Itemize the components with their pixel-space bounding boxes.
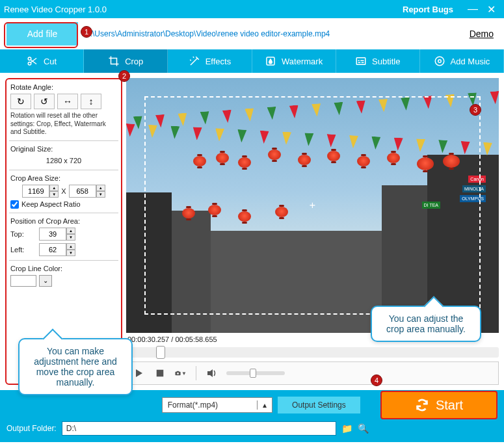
file-path: C:\Users\Administrator\Desktop\Video\ren… [78,29,470,38]
start-button[interactable]: Start [380,391,497,419]
down-arrow-icon[interactable]: ▼ [66,234,75,241]
title-bar: Renee Video Cropper 1.0.0 Report Bugs — … [0,0,504,18]
music-icon [434,55,445,67]
down-arrow-icon[interactable]: ▼ [96,191,105,198]
tab-effects[interactable]: Effects [168,49,252,73]
tab-watermark[interactable]: Watermark [252,49,336,73]
svg-rect-7 [157,370,164,377]
crop-width-input[interactable] [22,185,49,198]
crop-area-size-label: Crop Area Size: [10,174,117,182]
original-size-value: 1280 x 720 [10,155,117,166]
droplet-icon [265,55,276,67]
up-arrow-icon[interactable]: ▲ [49,185,59,191]
flip-vertical-button[interactable]: ↕ [81,94,101,109]
rotate-ccw-button[interactable]: ↺ [34,94,55,109]
callout-crop-area: You can adjust the crop area manually. [371,306,481,342]
annotation-marker-2: 2 [118,70,130,82]
folder-icon[interactable]: 📁 [341,423,352,434]
svg-point-5 [438,60,441,63]
crosshair-icon: + [310,200,315,211]
svg-point-4 [435,57,444,66]
demo-link[interactable]: Demo [470,29,497,39]
seek-bar[interactable] [126,347,499,358]
svg-marker-11 [207,369,213,377]
add-file-button[interactable]: Add file [7,22,78,46]
crop-height-input[interactable] [69,185,96,198]
tab-subtitle[interactable]: Subtitle [336,49,420,73]
x-separator: X [61,187,66,195]
volume-slider[interactable] [226,371,285,375]
down-arrow-icon[interactable]: ▼ [49,191,59,198]
up-arrow-icon[interactable]: ▲ [66,228,75,234]
output-settings-button[interactable]: Output Settings [278,397,360,413]
annotation-marker-1: 1 [81,26,92,38]
tab-label: Crop [125,57,143,66]
report-bugs-link[interactable]: Report Bugs [403,5,453,14]
keep-aspect-checkbox[interactable] [10,200,19,209]
snapshot-button[interactable]: ▼ [175,367,187,379]
keep-aspect-label: Keep Aspect Ratio [21,200,81,208]
left-stepper[interactable]: ▲▼ [39,243,75,256]
position-label: Position of Crop Area: [10,217,117,225]
crop-height-stepper[interactable]: ▲▼ [69,185,105,198]
window-title: Renee Video Cropper 1.0.0 [4,5,403,14]
player-controls: ▼ [126,361,499,385]
crop-selection[interactable]: + [144,96,481,315]
left-label: Left: [10,246,34,254]
play-button[interactable] [133,367,145,379]
annotation-marker-4: 4 [371,374,382,386]
rotate-angle-label: Rotate Angle: [10,83,117,91]
rotate-note: Rotation will reset all the other settin… [10,112,117,137]
scissors-icon [27,55,38,67]
minimize-button[interactable]: — [464,3,482,15]
tab-crop[interactable]: Crop [84,49,168,73]
original-size-label: Original Size: [10,145,117,153]
crop-line-color-label: Crop Line Color: [10,265,117,272]
tab-cut[interactable]: Cut [0,49,84,73]
seek-thumb[interactable] [156,346,165,359]
svg-rect-10 [177,371,179,372]
top-input[interactable] [39,228,66,241]
down-arrow-icon[interactable]: ▼ [66,250,75,256]
top-bar: Add file C:\Users\Administrator\Desktop\… [0,18,504,49]
svg-marker-6 [136,369,142,377]
volume-thumb[interactable] [250,369,256,378]
top-label: Top: [10,230,34,238]
up-arrow-icon[interactable]: ▲ [66,243,75,250]
start-label: Start [436,398,463,413]
video-preview[interactable]: Canon MINOLTA OLYMPUS DI TEA + [126,78,499,333]
annotation-marker-3: 3 [470,104,481,116]
format-value: Format(*.mp4) [168,400,218,410]
tab-label: Cut [44,57,57,66]
callout-side-panel: You can make adjustment here and move th… [18,338,133,395]
rotate-cw-button[interactable]: ↻ [10,94,31,109]
left-input[interactable] [39,243,66,256]
flip-horizontal-button[interactable]: ↔ [57,94,78,109]
up-arrow-icon[interactable]: ▲ [96,185,105,191]
svg-point-9 [177,373,179,374]
crop-line-color-swatch [10,275,36,287]
chevron-up-icon[interactable]: ▴ [257,400,267,410]
tab-label: Subtitle [372,57,400,66]
subtitle-icon [355,55,367,67]
output-folder-input[interactable] [62,421,336,436]
refresh-icon [415,398,429,412]
bottom-bar: Output Format: Format(*.mp4) ▴ Output Se… [0,390,504,442]
tab-add-music[interactable]: Add Music [420,49,504,73]
tab-label: Watermark [282,57,323,66]
output-format-select[interactable]: Format(*.mp4) ▴ [162,397,272,413]
top-stepper[interactable]: ▲▼ [39,228,75,241]
tab-label: Add Music [451,57,490,66]
close-button[interactable]: ✕ [482,3,500,16]
output-folder-label: Output Folder: [7,424,57,433]
tab-label: Effects [206,57,232,66]
tab-bar: Cut Crop Effects Watermark Subtitle Add … [0,49,504,73]
crop-width-stepper[interactable]: ▲▼ [22,185,59,198]
crop-icon [108,55,120,67]
wand-icon [189,55,200,67]
stop-button[interactable] [154,367,166,379]
mute-button[interactable] [206,367,217,379]
search-icon[interactable]: 🔍 [358,423,369,434]
crop-line-color-dropdown[interactable]: ⌄ [39,275,52,287]
